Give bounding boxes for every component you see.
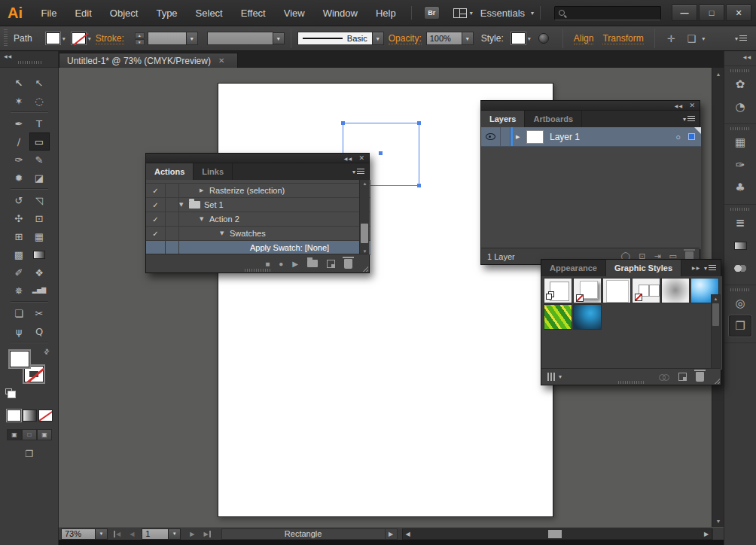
stroke-panel-link[interactable]: Stroke: <box>96 33 124 44</box>
selection-handle[interactable] <box>417 121 421 125</box>
tab-layers[interactable]: Layers <box>481 111 525 127</box>
action-dialog-cell[interactable] <box>166 241 179 254</box>
graphic-style-blue-swirl[interactable] <box>573 304 602 330</box>
layers-panel-header[interactable]: ◀◀ ✕ <box>481 101 700 111</box>
selection-handle[interactable] <box>341 121 345 125</box>
stepper-up-icon[interactable]: ▲ <box>135 32 145 38</box>
style-libraries-button[interactable]: ▾ <box>547 373 562 381</box>
draw-inside-button[interactable]: ▣ <box>37 429 52 440</box>
control-bar-gripper[interactable] <box>4 29 8 47</box>
tab-links[interactable]: Links <box>194 163 233 180</box>
chevron-down-icon[interactable]: ▾ <box>62 35 66 42</box>
toggle-lock-cell[interactable] <box>501 127 511 146</box>
symbols-panel-button[interactable]: ♣ <box>729 177 751 198</box>
isolate-selected-object-icon[interactable]: ❑ <box>687 33 697 44</box>
stroke-weight-stepper[interactable]: ▲ ▼ <box>135 32 145 45</box>
tab-graphic-styles[interactable]: Graphic Styles <box>606 260 681 276</box>
symbol-sprayer-tool[interactable]: ✵ <box>9 282 29 300</box>
opacity-dropdown[interactable]: ▼ <box>462 32 474 45</box>
document-tab[interactable]: Untitled-1* @ 73% (CMYK/Preview) ✕ <box>59 53 238 68</box>
stroke-panel-button[interactable]: ≡ <box>729 212 751 233</box>
rectangle-tool[interactable]: ▭ <box>29 132 50 151</box>
menu-edit[interactable]: Edit <box>66 5 100 22</box>
graphic-styles-panel-button[interactable]: ❐ <box>729 315 751 336</box>
swap-fill-stroke-icon[interactable]: ⇄ <box>42 347 51 356</box>
dock-group-gripper[interactable] <box>730 127 750 130</box>
scroll-up-icon[interactable]: ▲ <box>712 295 720 303</box>
expand-panels-icon[interactable]: ◀◀ <box>743 54 751 59</box>
next-artboard-button[interactable]: ▶ <box>185 531 199 537</box>
target-circle-icon[interactable]: ○ <box>675 132 681 142</box>
dock-group-gripper[interactable] <box>730 208 750 211</box>
graphic-style-white-fill[interactable] <box>602 278 631 303</box>
zoom-level-field[interactable]: 73% <box>61 528 96 540</box>
artboard-tool[interactable]: ❏ <box>9 304 29 322</box>
menu-select[interactable]: Select <box>187 5 232 22</box>
collapse-panel-icon[interactable]: ◀◀ <box>675 103 683 108</box>
paintbrush-tool[interactable]: ✑ <box>9 151 29 169</box>
menu-file[interactable]: File <box>32 5 66 22</box>
panel-menu-icon[interactable] <box>352 169 364 175</box>
blob-brush-tool[interactable]: ✹ <box>9 169 29 187</box>
stroke-weight-field[interactable] <box>148 32 187 45</box>
expand-open-icon[interactable]: ▼ <box>220 230 230 236</box>
selection-handle[interactable] <box>417 184 421 187</box>
lasso-tool[interactable]: ◌ <box>29 92 50 110</box>
direct-selection-tool[interactable]: ↖ <box>29 74 50 92</box>
line-segment-tool[interactable]: ∕ <box>9 132 29 151</box>
action-toggle-cell[interactable]: ✓ <box>146 212 166 226</box>
close-panel-icon[interactable]: ✕ <box>358 154 364 162</box>
graphic-style-drop-shadow-none-fill[interactable] <box>573 278 602 303</box>
scroll-right-icon[interactable]: ▶ <box>701 529 712 539</box>
fill-swatch[interactable] <box>8 349 31 369</box>
maximize-button[interactable]: □ <box>699 5 724 21</box>
gradient-panel-button[interactable] <box>729 235 751 256</box>
free-transform-tool[interactable]: ⊡ <box>29 209 50 227</box>
first-artboard-button[interactable]: ◀ <box>114 531 125 537</box>
chevron-down-icon[interactable]: ▾ <box>528 35 531 42</box>
expand-open-icon[interactable]: ▼ <box>200 216 209 222</box>
action-toggle-cell[interactable]: ✓ <box>146 184 166 197</box>
control-panel-menu-icon[interactable] <box>735 35 747 42</box>
document-setup-icon[interactable] <box>538 33 549 44</box>
collapse-panel-icon[interactable]: ◀◀ <box>344 156 352 161</box>
eyedropper-tool[interactable]: ✐ <box>9 263 29 282</box>
bridge-button[interactable]: Br <box>424 6 440 20</box>
change-screen-mode-button[interactable]: ❐ <box>20 447 39 461</box>
scroll-thumb[interactable] <box>361 224 368 243</box>
menu-window[interactable]: Window <box>314 5 367 22</box>
create-new-action-icon[interactable] <box>327 260 335 268</box>
status-text-field[interactable]: Rectangle <box>221 528 386 540</box>
hand-tool[interactable]: ψ <box>9 322 29 340</box>
shape-builder-tool[interactable]: ⊞ <box>9 227 29 245</box>
select-similar-objects-icon[interactable]: ✛ <box>667 33 675 44</box>
brush-definition-dropdown[interactable]: ▼ <box>373 32 384 45</box>
layer-name[interactable]: Layer 1 <box>550 132 675 142</box>
draw-normal-button[interactable]: ▣ <box>7 429 22 440</box>
tab-appearance[interactable]: Appearance <box>541 260 606 276</box>
action-toggle-cell[interactable] <box>146 241 166 254</box>
panel-menu-icon[interactable] <box>683 116 695 123</box>
default-fill-stroke-icon[interactable] <box>5 388 12 394</box>
last-artboard-button[interactable]: ▶ <box>199 531 210 537</box>
graphic-style-swatch[interactable] <box>511 32 526 44</box>
magic-wand-tool[interactable]: ✶ <box>9 92 29 110</box>
close-panel-icon[interactable]: ✕ <box>689 102 695 109</box>
selection-indicator[interactable] <box>688 133 695 140</box>
type-tool[interactable]: T <box>29 114 50 132</box>
pen-tool[interactable]: ✒ <box>9 114 29 132</box>
stroke-color-swatch[interactable] <box>72 32 86 44</box>
align-panel-link[interactable]: Align <box>574 33 594 44</box>
menu-object[interactable]: Object <box>101 5 148 22</box>
action-row[interactable]: ✓▼Set 1 <box>146 198 370 212</box>
selection-tool[interactable]: ↖ <box>9 74 29 92</box>
minimize-button[interactable]: — <box>672 5 697 21</box>
opacity-field[interactable]: 100% <box>426 32 462 45</box>
tab-artboards[interactable]: Artboards <box>525 111 582 127</box>
create-new-set-icon[interactable] <box>307 260 318 267</box>
stroke-weight-dropdown[interactable]: ▼ <box>187 32 198 45</box>
scroll-up-icon[interactable]: ▲ <box>360 180 370 187</box>
play-selection-button[interactable]: ▶ <box>292 260 298 268</box>
artboard-dropdown[interactable]: ▼ <box>169 528 181 540</box>
search-input[interactable] <box>554 6 661 20</box>
